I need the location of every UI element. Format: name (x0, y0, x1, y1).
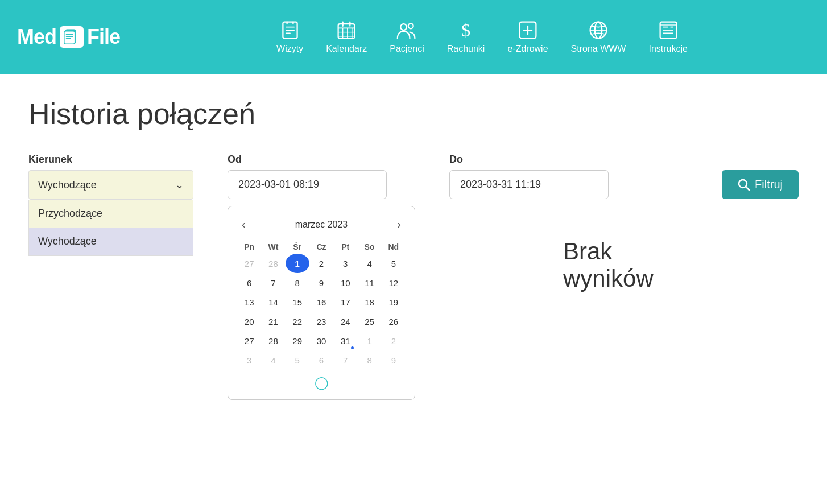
svg-text:$: $ (461, 20, 470, 40)
cal-th-pt: Pt (333, 240, 357, 254)
cal-day[interactable]: 9 (382, 350, 406, 370)
nav-rachunki[interactable]: $ Rachunki (447, 20, 485, 54)
cal-day[interactable]: 27 (237, 331, 261, 350)
chevron-down-icon: ⌄ (175, 179, 184, 191)
cal-day[interactable]: 4 (261, 350, 285, 370)
nav-pacjenci-label: Pacjenci (390, 44, 424, 54)
cal-day[interactable]: 21 (261, 312, 285, 331)
cal-day[interactable]: 24 (333, 312, 357, 331)
calendar: ‹ marzec 2023 › Pn Wt Śr Cz Pt So Nd (228, 206, 415, 400)
cal-day[interactable]: 6 (237, 273, 261, 292)
cal-day[interactable]: 17 (333, 292, 357, 312)
cal-day[interactable]: 28 (261, 331, 285, 350)
cal-next-button[interactable]: › (392, 216, 406, 233)
cal-day[interactable]: 28 (261, 254, 285, 273)
nav-kalendarz[interactable]: Kalendarz (326, 20, 367, 54)
nav-pacjenci[interactable]: Pacjenci (390, 20, 424, 54)
od-label: Od (228, 154, 415, 166)
cal-day[interactable]: 30 (309, 331, 333, 350)
cal-day[interactable]: 19 (382, 292, 406, 312)
cal-day[interactable]: 11 (357, 273, 381, 292)
od-section: Od 2023-03-01 08:19 ‹ marzec 2023 › Pn W… (228, 154, 415, 400)
cal-day[interactable]: 1 (357, 331, 381, 350)
kierunek-dropdown: Przychodzące Wychodzące (28, 200, 193, 256)
cal-day[interactable]: 2 (382, 331, 406, 350)
cal-day[interactable]: 7 (261, 273, 285, 292)
cal-day[interactable]: 14 (261, 292, 285, 312)
cal-day[interactable]: 29 (286, 331, 309, 350)
svg-point-20 (401, 24, 407, 30)
cal-day[interactable]: 6 (309, 350, 333, 370)
option-przychodzace[interactable]: Przychodzące (29, 200, 193, 228)
cal-week-2: 13141516171819 (237, 292, 406, 312)
filter-button-label: Filtruj (755, 178, 783, 191)
cal-day[interactable]: 31 (333, 331, 357, 350)
cal-th-sr: Śr (286, 240, 309, 254)
svg-rect-1 (64, 31, 75, 44)
kierunek-select[interactable]: Wychodzące ⌄ (28, 170, 193, 200)
nav-instrukcje-label: Instrukcje (648, 44, 687, 54)
cal-day[interactable]: 5 (286, 350, 309, 370)
main-content: Historia połączeń Kierunek Wychodzące ⌄ … (0, 74, 827, 504)
nav-strona-www[interactable]: Strona WWW (571, 20, 626, 54)
nav-wizyty-label: Wizyty (276, 44, 303, 54)
kierunek-group: Kierunek Wychodzące ⌄ Przychodzące Wycho… (28, 154, 193, 200)
nav-ezdrowie-label: e-Zdrowie (507, 44, 548, 54)
cal-day[interactable]: 18 (357, 292, 381, 312)
nav-ezdrowie[interactable]: e-Zdrowie (507, 20, 548, 54)
cal-day[interactable]: 20 (237, 312, 261, 331)
kierunek-select-wrapper: Wychodzące ⌄ Przychodzące Wychodzące (28, 170, 193, 200)
logo[interactable]: Med File (17, 25, 120, 49)
cal-day[interactable]: 10 (333, 273, 357, 292)
cal-week-0: 272812345 (237, 254, 406, 273)
main-nav: Wizyty Kalendarz (154, 20, 810, 54)
cal-day[interactable]: 9 (309, 273, 333, 292)
cal-grid: Pn Wt Śr Cz Pt So Nd 2728123456789101112… (237, 240, 406, 370)
cal-day[interactable]: 25 (357, 312, 381, 331)
nav-instrukcje[interactable]: Instrukcje (648, 20, 687, 54)
cal-day[interactable]: 16 (309, 292, 333, 312)
cal-day[interactable]: 2 (309, 254, 333, 273)
cal-day[interactable]: 7 (333, 350, 357, 370)
cal-day[interactable]: 3 (237, 350, 261, 370)
cal-day[interactable]: 13 (237, 292, 261, 312)
cal-day[interactable]: 3 (333, 254, 357, 273)
cal-week-1: 6789101112 (237, 273, 406, 292)
cal-th-pn: Pn (237, 240, 261, 254)
od-input[interactable]: 2023-03-01 08:19 (228, 170, 387, 199)
cal-day[interactable]: 26 (382, 312, 406, 331)
option-wychodzace[interactable]: Wychodzące (29, 228, 193, 255)
svg-line-36 (746, 187, 750, 190)
selected-value: Wychodzące (38, 179, 97, 191)
kierunek-label: Kierunek (28, 154, 193, 166)
cal-th-so: So (357, 240, 381, 254)
cal-day[interactable]: 4 (357, 254, 381, 273)
cal-day[interactable]: 15 (286, 292, 309, 312)
logo-med: Med (17, 25, 56, 49)
cal-day[interactable]: 12 (382, 273, 406, 292)
nav-wizyty[interactable]: Wizyty (276, 20, 303, 54)
cal-th-cz: Cz (309, 240, 333, 254)
nav-kalendarz-label: Kalendarz (326, 44, 367, 54)
cal-day[interactable]: 22 (286, 312, 309, 331)
cal-day[interactable]: 8 (357, 350, 381, 370)
cal-month-label: marzec 2023 (295, 220, 348, 230)
page-title: Historia połączeń (28, 97, 799, 131)
cal-week-4: 272829303112 (237, 331, 406, 350)
cal-week-5: 3456789 (237, 350, 406, 370)
filter-button[interactable]: Filtruj (722, 170, 799, 199)
cal-day[interactable]: 23 (309, 312, 333, 331)
cal-header: ‹ marzec 2023 › (237, 216, 406, 233)
cal-day[interactable]: 8 (286, 273, 309, 292)
do-input[interactable]: 2023-03-31 11:19 (449, 170, 609, 199)
cal-day[interactable]: 27 (237, 254, 261, 273)
no-results: Brak wyników (563, 238, 688, 292)
cal-weekdays-row: Pn Wt Śr Cz Pt So Nd (237, 240, 406, 254)
cal-day[interactable]: 1 (286, 254, 309, 273)
cal-clock-icon[interactable]: ◯ (237, 375, 406, 390)
filter-btn-section: x Filtruj (722, 154, 799, 199)
cal-day[interactable]: 5 (382, 254, 406, 273)
search-icon (738, 179, 750, 191)
cal-prev-button[interactable]: ‹ (237, 216, 250, 233)
cal-th-wt: Wt (261, 240, 285, 254)
